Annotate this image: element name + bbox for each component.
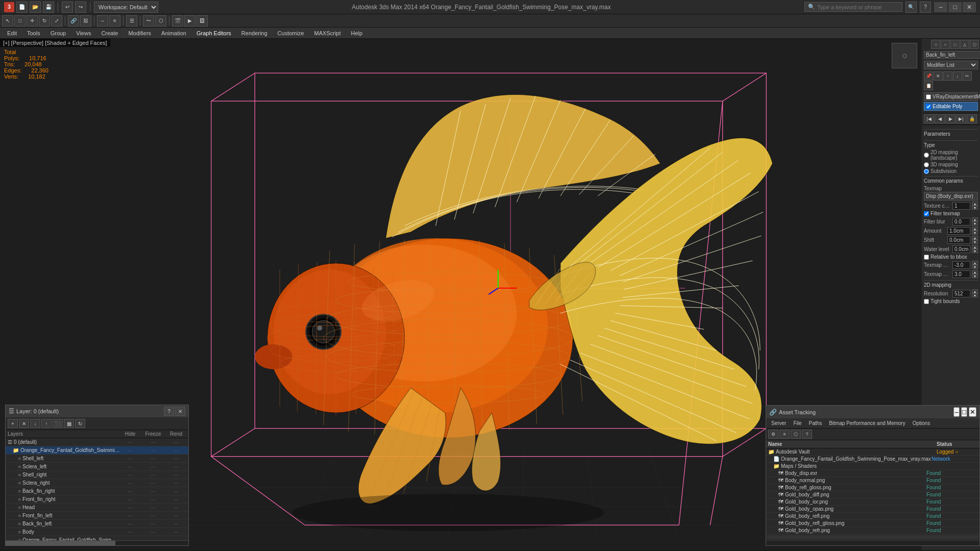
panel-icon-5[interactable]: ⬡ xyxy=(970,40,979,49)
layer-item-8[interactable]: ○Head——— xyxy=(6,504,188,512)
layer-freeze-8[interactable]: — xyxy=(140,505,166,510)
layer-expand-btn[interactable]: ⬛ xyxy=(53,419,63,428)
layer-freeze-2[interactable]: — xyxy=(140,456,166,461)
layer-freeze-0[interactable]: — xyxy=(140,440,166,445)
asset-item-2[interactable]: 📁Maps / Shaders xyxy=(766,463,979,470)
layer-freeze-4[interactable]: — xyxy=(140,472,166,478)
asset-btn3[interactable]: ⬡ xyxy=(791,430,801,439)
texmap-min-input[interactable] xyxy=(952,261,970,269)
panel-icon-1[interactable]: ☆ xyxy=(931,40,940,49)
layer-render-5[interactable]: — xyxy=(166,481,186,486)
texmap-max-input[interactable] xyxy=(952,270,970,278)
tight-bounds-checkbox[interactable] xyxy=(924,299,929,304)
layer-sel-objs-btn[interactable]: ↑ xyxy=(41,419,52,428)
help-icon-btn[interactable]: ? xyxy=(920,2,931,13)
menu-create[interactable]: Create xyxy=(96,29,123,37)
layer-item-10[interactable]: ○Back_fin_left——— xyxy=(6,520,188,528)
asset-menu-paths[interactable]: Paths xyxy=(806,419,825,427)
menu-customize[interactable]: Customize xyxy=(273,29,309,37)
prev-btn[interactable]: ◀ xyxy=(935,114,945,123)
layer-hide-2[interactable]: — xyxy=(120,456,140,461)
menu-animation[interactable]: Animation xyxy=(156,29,191,37)
paste-btn[interactable]: 📋 xyxy=(924,81,933,90)
move-btn[interactable]: ✛ xyxy=(27,15,38,27)
layer-render-2[interactable]: — xyxy=(166,456,186,461)
menu-modifiers[interactable]: Modifiers xyxy=(123,29,156,37)
layer-add-sel-btn[interactable]: ↓ xyxy=(30,419,40,428)
texture-chan-up[interactable]: ▲ xyxy=(972,202,978,206)
layer-render-7[interactable]: — xyxy=(166,497,186,502)
layer-new-btn[interactable]: + xyxy=(8,419,18,428)
save-btn[interactable]: 💾 xyxy=(43,2,54,13)
layer-freeze-5[interactable]: — xyxy=(140,481,166,486)
layer-freeze-1[interactable]: — xyxy=(140,448,166,453)
layer-hide-6[interactable]: — xyxy=(120,489,140,494)
cut-btn[interactable]: ✂ xyxy=(963,71,972,81)
filter-blur-up[interactable]: ▲ xyxy=(972,217,978,221)
layer-hide-7[interactable]: — xyxy=(120,497,140,502)
asset-maximize-btn[interactable]: □ xyxy=(961,407,967,417)
asset-item-5[interactable]: 🗺Body_refl_gloss.pngFound xyxy=(766,484,979,491)
shift-input[interactable] xyxy=(947,236,970,244)
filter-texmap-checkbox[interactable] xyxy=(924,211,929,216)
layer-item-9[interactable]: ○Front_fin_left——— xyxy=(6,512,188,520)
filter-blur-down[interactable]: ▼ xyxy=(972,221,978,226)
asset-item-9[interactable]: 🗺Gold_body_refl.pngFound xyxy=(766,513,979,520)
select-region-btn[interactable]: □ xyxy=(14,15,26,27)
layer-hide-8[interactable]: — xyxy=(120,505,140,510)
texmap-max-down[interactable]: ▼ xyxy=(972,274,978,278)
layer-render-0[interactable]: — xyxy=(166,440,186,445)
layer-hide-1[interactable]: — xyxy=(120,448,140,453)
layer-freeze-9[interactable]: — xyxy=(140,513,166,518)
search-box[interactable]: 🔍 xyxy=(804,2,902,12)
layer-render-1[interactable]: — xyxy=(166,448,186,453)
last-btn[interactable]: ▶| xyxy=(956,114,966,123)
texmap-min-up[interactable]: ▲ xyxy=(972,261,978,265)
filter-blur-input[interactable] xyxy=(952,218,970,226)
relative-bbox-checkbox[interactable] xyxy=(924,255,929,260)
menu-rendering[interactable]: Rendering xyxy=(236,29,273,37)
layer-h-scrollbar[interactable] xyxy=(6,540,188,545)
texmap-max-up[interactable]: ▲ xyxy=(972,270,978,274)
layer-item-11[interactable]: ○Body——— xyxy=(6,528,188,536)
water-level-input[interactable] xyxy=(952,245,970,253)
asset-item-10[interactable]: 🗺Gold_body_refl_gloss.pngFound xyxy=(766,520,979,527)
align-btn[interactable]: ≡ xyxy=(109,15,120,27)
render-frame-btn[interactable]: 🖼 xyxy=(197,15,208,27)
move-up-btn[interactable]: ↑ xyxy=(943,71,952,81)
asset-menu-options[interactable]: Options xyxy=(910,419,933,427)
layer-item-6[interactable]: ○Back_fin_right——— xyxy=(6,487,188,495)
panel-icon-2[interactable]: ○ xyxy=(941,40,950,49)
texmap-min-down[interactable]: ▼ xyxy=(972,265,978,269)
water-level-up[interactable]: ▲ xyxy=(972,245,978,249)
asset-btn4[interactable]: ? xyxy=(802,430,812,439)
editable-poly-checkbox[interactable] xyxy=(926,104,931,109)
layer-help-btn[interactable]: ? xyxy=(164,407,174,416)
layer-item-0[interactable]: ☰0 (default)——— xyxy=(6,438,188,446)
menu-graph-editors[interactable]: Graph Editors xyxy=(191,29,236,37)
layer-item-3[interactable]: ○Sclera_left——— xyxy=(6,463,188,471)
layer-render-9[interactable]: — xyxy=(166,513,186,518)
asset-item-11[interactable]: 🗺Gold_body_refr.pngFound xyxy=(766,527,979,534)
first-btn[interactable]: |◀ xyxy=(924,114,934,123)
asset-item-4[interactable]: 🗺Body_normal.pngFound xyxy=(766,477,979,484)
layer-render-4[interactable]: — xyxy=(166,472,186,478)
water-level-down[interactable]: ▼ xyxy=(972,249,978,253)
select-btn[interactable]: ↖ xyxy=(2,15,13,27)
mirror-btn[interactable]: ↔ xyxy=(97,15,108,27)
layer-hide-4[interactable]: — xyxy=(120,472,140,478)
menu-tools[interactable]: Tools xyxy=(22,29,45,37)
asset-btn2[interactable]: ≡ xyxy=(779,430,790,439)
menu-maxscript[interactable]: MAXScript xyxy=(309,29,346,37)
close-btn[interactable]: ✕ xyxy=(963,2,976,12)
layer-item-2[interactable]: ○Shell_left——— xyxy=(6,455,188,463)
curve-btn[interactable]: 〜 xyxy=(143,15,154,27)
amount-up[interactable]: ▲ xyxy=(972,227,978,231)
layer-hide-3[interactable]: — xyxy=(120,464,140,469)
undo-btn[interactable]: ↩ xyxy=(62,2,73,13)
shift-down[interactable]: ▼ xyxy=(972,240,978,244)
resolution-input[interactable] xyxy=(952,290,970,297)
layer-render-3[interactable]: — xyxy=(166,464,186,469)
panel-icon-4[interactable]: △ xyxy=(960,40,969,49)
minimize-btn[interactable]: – xyxy=(934,2,947,12)
